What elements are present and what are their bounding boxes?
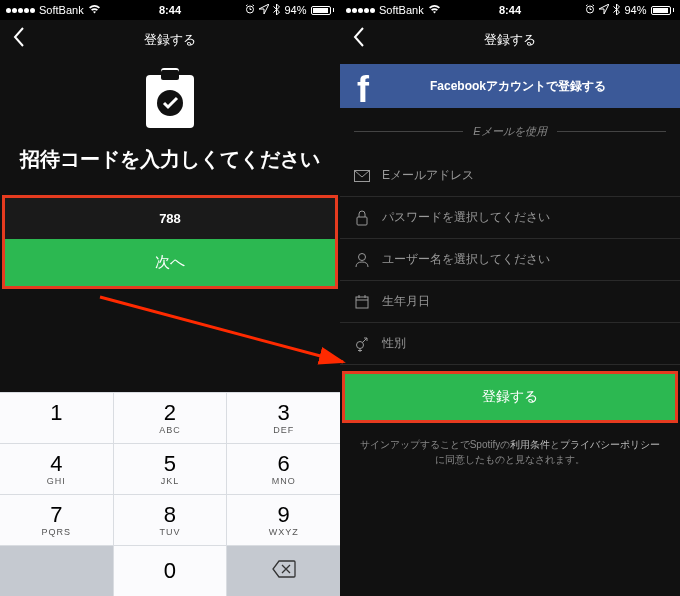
signal-dots-icon bbox=[6, 8, 35, 13]
password-field[interactable]: パスワードを選択してください bbox=[340, 197, 680, 239]
signal-dots-icon bbox=[346, 8, 375, 13]
wifi-icon bbox=[88, 4, 101, 16]
alarm-icon bbox=[585, 4, 595, 16]
numeric-keypad: 1 2ABC 3DEF 4GHI 5JKL 6MNO 7PQRS 8TUV 9W… bbox=[0, 392, 340, 596]
key-5[interactable]: 5JKL bbox=[114, 444, 227, 494]
location-icon bbox=[259, 4, 269, 16]
username-placeholder: ユーザー名を選択してください bbox=[382, 251, 550, 268]
nav-bar: 登録する bbox=[340, 20, 680, 60]
password-placeholder: パスワードを選択してください bbox=[382, 209, 550, 226]
key-0[interactable]: 0 bbox=[114, 546, 227, 596]
svg-rect-3 bbox=[161, 70, 179, 80]
invite-code-input[interactable]: 788 bbox=[5, 198, 335, 239]
battery-pct: 94% bbox=[624, 4, 646, 16]
facebook-label: Facebookアカウントで登録する bbox=[386, 78, 680, 95]
nav-title: 登録する bbox=[484, 31, 536, 49]
svg-rect-9 bbox=[356, 297, 368, 308]
back-button[interactable] bbox=[352, 26, 365, 54]
facebook-signup-button[interactable]: f Facebookアカウントで登録する bbox=[340, 64, 680, 108]
divider-label: Eメールを使用 bbox=[473, 124, 546, 139]
bluetooth-icon bbox=[273, 4, 280, 17]
dob-placeholder: 生年月日 bbox=[382, 293, 430, 310]
register-button[interactable]: 登録する bbox=[345, 374, 675, 420]
back-button[interactable] bbox=[12, 26, 25, 54]
svg-point-10 bbox=[357, 341, 364, 348]
status-time: 8:44 bbox=[499, 4, 521, 16]
backspace-icon bbox=[272, 560, 296, 582]
key-3[interactable]: 3DEF bbox=[227, 393, 340, 443]
key-backspace[interactable] bbox=[227, 546, 340, 596]
key-1[interactable]: 1 bbox=[0, 393, 113, 443]
left-screen: SoftBank 8:44 94% 登録する bbox=[0, 0, 340, 596]
highlight-invite-section: 788 次へ bbox=[2, 195, 338, 289]
carrier-label: SoftBank bbox=[379, 4, 424, 16]
clipboard-check-icon bbox=[143, 68, 197, 130]
calendar-icon bbox=[354, 294, 370, 310]
right-screen: SoftBank 8:44 94% 登録する bbox=[340, 0, 680, 596]
divider: Eメールを使用 bbox=[354, 124, 666, 139]
key-9[interactable]: 9WXYZ bbox=[227, 495, 340, 545]
battery-pct: 94% bbox=[284, 4, 306, 16]
username-field[interactable]: ユーザー名を選択してください bbox=[340, 239, 680, 281]
next-button[interactable]: 次へ bbox=[5, 239, 335, 286]
mail-icon bbox=[354, 168, 370, 184]
status-bar: SoftBank 8:44 94% bbox=[340, 0, 680, 20]
svg-point-8 bbox=[359, 253, 366, 260]
key-4[interactable]: 4GHI bbox=[0, 444, 113, 494]
status-time: 8:44 bbox=[159, 4, 181, 16]
battery-icon bbox=[651, 6, 675, 15]
highlight-register-section: 登録する bbox=[342, 371, 678, 423]
privacy-link[interactable]: プライバシーポリシー bbox=[560, 439, 660, 450]
bluetooth-icon bbox=[613, 4, 620, 17]
email-placeholder: Eメールアドレス bbox=[382, 167, 474, 184]
status-bar: SoftBank 8:44 94% bbox=[0, 0, 340, 20]
gender-icon bbox=[354, 336, 370, 352]
facebook-icon: f bbox=[340, 64, 386, 108]
terms-link[interactable]: 利用条件 bbox=[510, 439, 550, 450]
key-2[interactable]: 2ABC bbox=[114, 393, 227, 443]
wifi-icon bbox=[428, 4, 441, 16]
email-field[interactable]: Eメールアドレス bbox=[340, 155, 680, 197]
nav-bar: 登録する bbox=[0, 20, 340, 60]
nav-title: 登録する bbox=[144, 31, 196, 49]
key-6[interactable]: 6MNO bbox=[227, 444, 340, 494]
svg-rect-7 bbox=[357, 217, 367, 225]
key-8[interactable]: 8TUV bbox=[114, 495, 227, 545]
heading: 招待コードを入力しくてください bbox=[10, 146, 330, 173]
key-7[interactable]: 7PQRS bbox=[0, 495, 113, 545]
dob-field[interactable]: 生年月日 bbox=[340, 281, 680, 323]
location-icon bbox=[599, 4, 609, 16]
gender-placeholder: 性別 bbox=[382, 335, 406, 352]
key-blank bbox=[0, 546, 113, 596]
lock-icon bbox=[354, 210, 370, 226]
user-icon bbox=[354, 252, 370, 268]
gender-field[interactable]: 性別 bbox=[340, 323, 680, 365]
fine-print: サインアップすることでSpotifyの利用条件とプライバシーポリシーに同意したも… bbox=[358, 437, 662, 467]
carrier-label: SoftBank bbox=[39, 4, 84, 16]
battery-icon bbox=[311, 6, 335, 15]
alarm-icon bbox=[245, 4, 255, 16]
